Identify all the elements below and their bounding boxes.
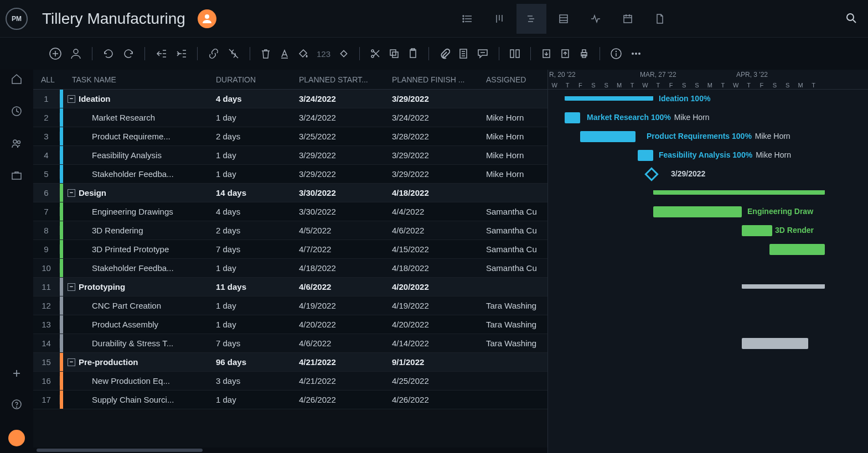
finish-cell[interactable]: 4/15/2022 (386, 244, 480, 254)
table-row[interactable]: 16 New Production Eq... 3 days 4/21/2022… (33, 372, 547, 390)
table-row[interactable]: 15 − Pre-production 96 days 4/21/2022 9/… (33, 353, 547, 372)
assigned-cell[interactable]: Samantha Cu (480, 263, 547, 273)
duration-cell[interactable]: 3 days (210, 376, 293, 386)
task-name-cell[interactable]: Stakeholder Feedba... (63, 169, 210, 179)
finish-cell[interactable]: 3/29/2022 (386, 94, 480, 103)
table-row[interactable]: 1 − Ideation 4 days 3/24/2022 3/29/2022 (33, 90, 547, 108)
assigned-cell[interactable]: Mike Horn (480, 113, 547, 122)
team-icon[interactable] (11, 137, 23, 152)
clock-icon[interactable] (11, 105, 23, 119)
table-row[interactable]: 14 Durability & Stress T... 7 days 4/6/2… (33, 334, 547, 353)
gantt-bar[interactable] (653, 190, 825, 195)
finish-cell[interactable]: 4/18/2022 (386, 263, 480, 273)
finish-cell[interactable]: 4/20/2022 (386, 282, 480, 291)
duration-cell[interactable]: 1 day (210, 395, 293, 404)
finish-cell[interactable]: 3/29/2022 (386, 150, 480, 160)
unlink-icon[interactable] (228, 48, 240, 60)
task-name-cell[interactable]: − Ideation (63, 94, 210, 103)
home-icon[interactable] (11, 73, 23, 87)
task-name-cell[interactable]: 3D Rendering (63, 226, 210, 235)
finish-cell[interactable]: 4/19/2022 (386, 301, 480, 310)
assigned-cell[interactable]: Tara Washing (480, 301, 547, 310)
start-cell[interactable]: 3/24/2022 (293, 94, 386, 103)
start-cell[interactable]: 4/26/2022 (293, 395, 386, 404)
gantt-chart[interactable]: R, 20 '22MAR, 27 '22APR, 3 '22 WTFSSMTWT… (548, 70, 868, 453)
duration-cell[interactable]: 1 day (210, 169, 293, 179)
task-name-cell[interactable]: Product Requireme... (63, 132, 210, 141)
col-duration[interactable]: DURATION (210, 75, 293, 84)
view-board-icon[interactable] (484, 4, 514, 34)
table-row[interactable]: 5 Stakeholder Feedba... 1 day 3/29/2022 … (33, 165, 547, 184)
start-cell[interactable]: 4/21/2022 (293, 376, 386, 386)
view-sheet-icon[interactable] (549, 4, 578, 34)
view-gantt-icon[interactable] (516, 4, 546, 34)
duration-cell[interactable]: 1 day (210, 320, 293, 329)
view-calendar-icon[interactable] (613, 4, 643, 34)
start-cell[interactable]: 3/25/2022 (293, 132, 386, 141)
assigned-cell[interactable]: Samantha Cu (480, 207, 547, 216)
collapse-icon[interactable]: − (68, 95, 75, 103)
import-icon[interactable] (541, 48, 552, 59)
task-name-cell[interactable]: CNC Part Creation (63, 301, 210, 310)
table-row[interactable]: 11 − Prototyping 11 days 4/6/2022 4/20/2… (33, 278, 547, 296)
gantt-bar[interactable] (565, 96, 653, 101)
col-start[interactable]: PLANNED START... (293, 75, 386, 84)
start-cell[interactable]: 4/7/2022 (293, 244, 386, 254)
gantt-bar[interactable] (638, 150, 653, 161)
more-icon[interactable] (630, 48, 642, 60)
view-file-icon[interactable] (645, 4, 675, 34)
assigned-cell[interactable]: Mike Horn (480, 132, 547, 141)
table-row[interactable]: 13 Product Assembly 1 day 4/20/2022 4/20… (33, 315, 547, 334)
duration-cell[interactable]: 7 days (210, 244, 293, 254)
task-name-cell[interactable]: Stakeholder Feedba... (63, 263, 210, 273)
task-name-cell[interactable]: − Design (63, 188, 210, 197)
task-name-cell[interactable]: − Prototyping (63, 282, 210, 291)
duration-cell[interactable]: 1 day (210, 301, 293, 310)
view-activity-icon[interactable] (581, 4, 611, 34)
gantt-bar[interactable] (653, 206, 742, 217)
copy-icon[interactable] (389, 48, 400, 59)
horizontal-scrollbar[interactable] (33, 447, 547, 453)
task-name-cell[interactable]: Product Assembly (63, 320, 210, 329)
finish-cell[interactable]: 9/1/2022 (386, 357, 480, 367)
start-cell[interactable]: 4/6/2022 (293, 339, 386, 348)
table-row[interactable]: 3 Product Requireme... 2 days 3/25/2022 … (33, 127, 547, 146)
table-row[interactable]: 4 Feasibility Analysis 1 day 3/29/2022 3… (33, 146, 547, 165)
assigned-cell[interactable]: Tara Washing (480, 320, 547, 329)
duration-cell[interactable]: 96 days (210, 357, 293, 367)
finish-cell[interactable]: 3/29/2022 (386, 169, 480, 179)
task-name-cell[interactable]: New Production Eq... (63, 376, 210, 386)
gantt-bar[interactable] (742, 225, 772, 236)
assigned-cell[interactable]: Mike Horn (480, 150, 547, 160)
gantt-bar[interactable] (769, 244, 825, 255)
table-row[interactable]: 7 Engineering Drawings 4 days 3/30/2022 … (33, 202, 547, 221)
diamond-icon[interactable] (338, 48, 349, 59)
start-cell[interactable]: 3/24/2022 (293, 113, 386, 122)
finish-cell[interactable]: 4/4/2022 (386, 207, 480, 216)
notes-icon[interactable] (458, 48, 469, 59)
duration-cell[interactable]: 1 day (210, 150, 293, 160)
finish-cell[interactable]: 4/14/2022 (386, 339, 480, 348)
indent-icon[interactable] (175, 48, 187, 60)
search-icon[interactable] (845, 12, 857, 26)
assigned-cell[interactable]: Samantha Cu (480, 244, 547, 254)
comment-icon[interactable] (477, 48, 489, 60)
paste-icon[interactable] (407, 48, 418, 59)
assigned-cell[interactable]: Mike Horn (480, 169, 547, 179)
link-icon[interactable] (208, 48, 220, 60)
start-cell[interactable]: 4/5/2022 (293, 226, 386, 235)
add-icon[interactable] (49, 47, 62, 60)
duration-cell[interactable]: 7 days (210, 339, 293, 348)
app-logo[interactable]: PM (6, 8, 28, 30)
info-icon[interactable] (610, 48, 622, 60)
start-cell[interactable]: 4/6/2022 (293, 282, 386, 291)
fill-icon[interactable] (298, 48, 309, 59)
collapse-icon[interactable]: − (68, 283, 75, 291)
table-row[interactable]: 12 CNC Part Creation 1 day 4/19/2022 4/1… (33, 296, 547, 315)
export-icon[interactable] (560, 48, 571, 59)
table-row[interactable]: 6 − Design 14 days 3/30/2022 4/18/2022 (33, 184, 547, 202)
start-cell[interactable]: 4/18/2022 (293, 263, 386, 273)
gantt-bar[interactable] (742, 338, 808, 349)
finish-cell[interactable]: 4/26/2022 (386, 395, 480, 404)
duration-cell[interactable]: 2 days (210, 226, 293, 235)
